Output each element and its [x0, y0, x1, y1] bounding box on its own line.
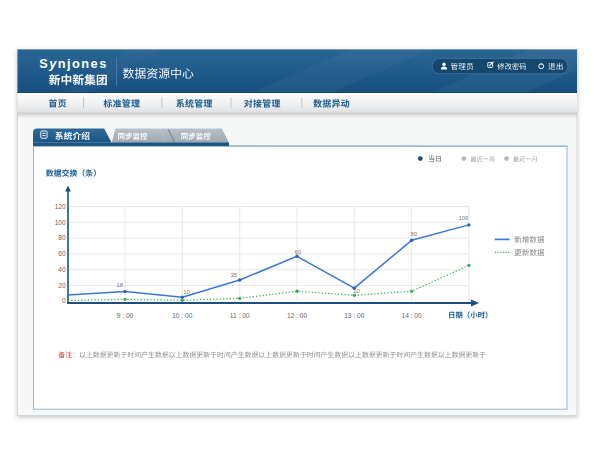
svg-text:60: 60 — [58, 250, 66, 257]
svg-text:80: 80 — [411, 231, 418, 237]
svg-text:10 : 00: 10 : 00 — [172, 312, 192, 319]
svg-text:10: 10 — [183, 289, 190, 295]
svg-text:10: 10 — [353, 288, 360, 294]
svg-text:60: 60 — [295, 249, 302, 255]
svg-text:35: 35 — [231, 272, 238, 278]
svg-text:18: 18 — [117, 282, 124, 288]
svg-text:Synjones: Synjones — [39, 56, 108, 71]
svg-text:13 : 00: 13 : 00 — [344, 312, 364, 319]
svg-text:100: 100 — [55, 219, 66, 226]
svg-text:14 : 00: 14 : 00 — [402, 312, 422, 319]
svg-text:20: 20 — [58, 282, 66, 289]
svg-text:40: 40 — [58, 266, 66, 273]
svg-text:0: 0 — [62, 297, 66, 304]
svg-text:80: 80 — [58, 234, 66, 241]
svg-text:11 : 00: 11 : 00 — [230, 312, 250, 319]
svg-text:12 : 00: 12 : 00 — [287, 312, 307, 319]
svg-text:100: 100 — [459, 215, 470, 221]
svg-text:120: 120 — [55, 203, 66, 210]
svg-text:9 : 00: 9 : 00 — [117, 312, 134, 319]
